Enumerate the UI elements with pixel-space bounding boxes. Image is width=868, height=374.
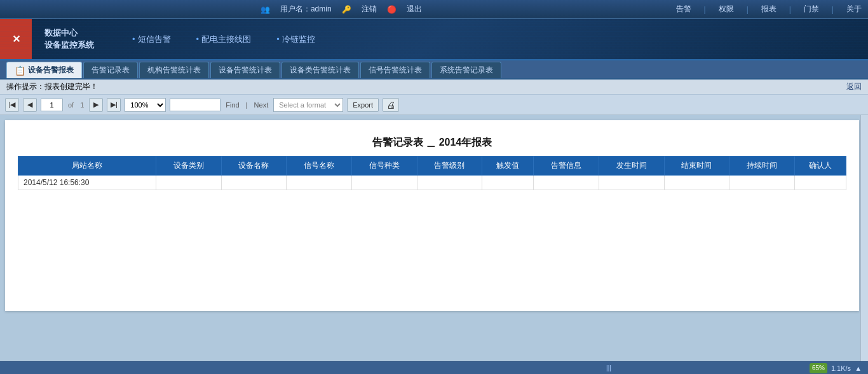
top-nav-alarm[interactable]: 告警 — [676, 4, 691, 15]
col-header-start-time: 发生时间 — [599, 156, 664, 176]
next-page-btn[interactable]: ▶ — [89, 98, 103, 112]
tab-label-system-alarm: 系统告警记录表 — [440, 65, 493, 76]
user-icon: 👥 — [261, 5, 270, 14]
tab-label-device-type: 设备类告警统计表 — [290, 65, 351, 76]
tab-signal-alarm-stats[interactable]: 信号告警统计表 — [360, 62, 430, 78]
network-info: 65% 1.1K/s ▲ — [810, 363, 862, 373]
sep2: | — [747, 5, 749, 14]
exit-btn[interactable]: 退出 — [407, 4, 422, 15]
first-page-btn[interactable]: |◀ — [5, 98, 19, 112]
tab-label-device-alarm-stats: 设备告警统计表 — [219, 65, 272, 76]
tab-bar: 📋 设备告警报表 告警记录表 机构告警统计表 设备告警统计表 设备类告警统计表 … — [0, 60, 868, 80]
prev-page-btn[interactable]: ◀ — [23, 98, 37, 112]
row-alarm-level — [417, 176, 482, 190]
zoom-select[interactable]: 100% 75% 50% 150% 200% — [125, 98, 166, 112]
tab-org-alarm-stats[interactable]: 机构告警统计表 — [139, 62, 209, 78]
find-input[interactable] — [170, 99, 220, 111]
username-label: 用户名：admin — [280, 4, 332, 15]
report-scroll-area[interactable]: 告警记录表 ＿ 2014年报表 局站名称 设备类别 设备名称 信号名称 信号种类… — [0, 115, 868, 361]
tab-alarm-record[interactable]: 告警记录表 — [83, 62, 138, 78]
report-title: 告警记录表 ＿ 2014年报表 — [18, 127, 846, 156]
page-number-input[interactable] — [41, 99, 63, 111]
format-select[interactable]: Select a format PDF Excel Word CSV — [273, 98, 343, 112]
table-header-row: 局站名称 设备类别 设备名称 信号名称 信号种类 告警级别 触发值 告警信息 发… — [18, 156, 846, 176]
find-label: Find — [226, 101, 239, 109]
col-header-alarm-level: 告警级别 — [417, 156, 482, 176]
return-btn[interactable]: 返回 — [846, 81, 862, 92]
sep4: | — [832, 5, 834, 14]
col-header-device-type: 设备类别 — [156, 156, 221, 176]
top-header-center: 👥 用户名：admin 🔑 注销 🔴 退出 — [261, 4, 422, 15]
col-header-confirmer: 确认人 — [794, 156, 846, 176]
progress-text: 65% — [812, 364, 825, 371]
col-header-trigger-val: 触发值 — [482, 156, 534, 176]
up-arrow-icon: ▲ — [855, 364, 862, 372]
col-header-signal-type: 信号种类 — [351, 156, 417, 176]
row-alarm-info — [534, 176, 599, 190]
col-header-device-name: 设备名称 — [221, 156, 287, 176]
separator-bar: | — [246, 101, 248, 109]
header-bg-decoration — [0, 19, 868, 59]
row-signal-name — [287, 176, 352, 190]
viewer-toolbar: |◀ ◀ of 1 ▶ ▶| 100% 75% 50% 150% 200% Fi… — [0, 95, 868, 115]
next-label[interactable]: Next — [254, 101, 269, 109]
col-header-alarm-info: 告警信息 — [534, 156, 599, 176]
export-btn[interactable]: Export — [347, 98, 379, 112]
progress-indicator: 65% — [810, 363, 827, 373]
tab-device-alarm-report[interactable]: 📋 设备告警报表 — [6, 62, 82, 78]
main-content: 操作提示：报表创建完毕！ 返回 |◀ ◀ of 1 ▶ ▶| 100% 75% … — [0, 80, 868, 374]
tab-label-device-alarm: 设备告警报表 — [28, 65, 74, 76]
tab-device-alarm-stats[interactable]: 设备告警统计表 — [210, 62, 280, 78]
network-speed: 1.1K/s — [831, 364, 851, 372]
top-header: 👥 用户名：admin 🔑 注销 🔴 退出 告警 | 权限 | 报表 | 门禁 … — [0, 0, 868, 19]
table-row: 2014/5/12 16:56:30 — [18, 176, 846, 190]
col-header-duration: 持续时间 — [729, 156, 795, 176]
tab-label-alarm-record: 告警记录表 — [92, 65, 130, 76]
row-trigger-val — [482, 176, 534, 190]
tab-system-alarm-record[interactable]: 系统告警记录表 — [431, 62, 501, 78]
tab-label-org-alarm: 机构告警统计表 — [147, 65, 201, 76]
top-nav: 告警 | 权限 | 报表 | 门禁 | 关于 — [676, 4, 862, 15]
sep3: | — [789, 5, 791, 14]
row-start-time — [599, 176, 664, 190]
row-signal-type — [351, 176, 417, 190]
top-nav-about[interactable]: 关于 — [846, 4, 862, 15]
print-btn[interactable]: 🖨 — [383, 98, 399, 112]
right-scrollbar[interactable] — [860, 115, 868, 361]
logout-icon: 🔑 — [342, 5, 351, 14]
tab-label-signal-alarm: 信号告警统计表 — [369, 65, 422, 76]
hint-bar: 操作提示：报表创建完毕！ 返回 — [0, 80, 868, 95]
report-table: 局站名称 设备类别 设备名称 信号名称 信号种类 告警级别 触发值 告警信息 发… — [18, 156, 846, 190]
row-confirmer — [794, 176, 846, 190]
last-page-btn[interactable]: ▶| — [107, 98, 121, 112]
report-content: 告警记录表 ＿ 2014年报表 局站名称 设备类别 设备名称 信号名称 信号种类… — [5, 120, 859, 311]
row-device-type — [156, 176, 221, 190]
tab-icon-device-alarm: 📋 — [15, 66, 25, 76]
top-nav-auth[interactable]: 权限 — [719, 4, 734, 15]
top-nav-access[interactable]: 门禁 — [804, 4, 819, 15]
app-header: ✕ 数据中心 设备监控系统 •短信告警 •配电主接线图 •冷链监控 — [0, 19, 868, 60]
exit-icon: 🔴 — [387, 5, 397, 14]
col-header-end-time: 结束时间 — [664, 156, 729, 176]
row-device-name — [221, 176, 287, 190]
page-total-label: 1 — [80, 101, 84, 109]
logout-btn[interactable]: 注销 — [362, 4, 377, 15]
scroll-bar-indicator: ||| — [606, 364, 611, 371]
tab-device-type-alarm-stats[interactable]: 设备类告警统计表 — [281, 62, 359, 78]
row-datetime: 2014/5/12 16:56:30 — [18, 176, 156, 190]
row-end-time — [664, 176, 729, 190]
top-nav-report[interactable]: 报表 — [761, 4, 776, 15]
col-header-station: 局站名称 — [18, 156, 156, 176]
hint-text: 操作提示：报表创建完毕！ — [6, 81, 98, 92]
row-duration — [729, 176, 795, 190]
sep1: | — [704, 5, 706, 14]
status-bar: ||| 65% 1.1K/s ▲ — [0, 361, 868, 374]
scroll-indicator: ||| — [408, 364, 810, 371]
page-of-label: of — [68, 101, 74, 109]
col-header-signal-name: 信号名称 — [287, 156, 352, 176]
